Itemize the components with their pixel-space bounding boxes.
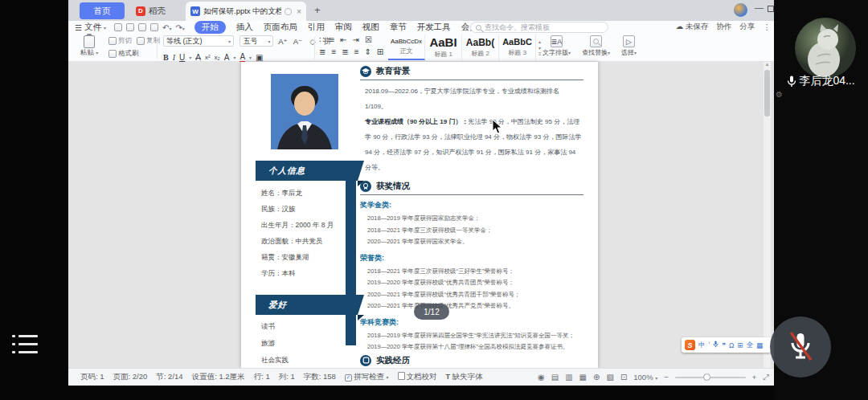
tab-home[interactable]: 首页 xyxy=(80,2,125,19)
format-painter-icon xyxy=(108,50,117,58)
bullet-list-icon[interactable]: ∷ xyxy=(319,35,324,44)
zoom-slider[interactable] xyxy=(675,377,746,378)
file-menu[interactable]: ☰ 文件 ▾ xyxy=(75,22,106,33)
fullscreen-icon[interactable]: ⤢ xyxy=(763,373,769,382)
read-mode-icon[interactable]: ▦ xyxy=(579,373,587,382)
scroll-up-icon[interactable]: ▲ xyxy=(764,62,771,67)
ribbon-tab-developer[interactable]: 开发工具 xyxy=(417,22,451,33)
edit-pen-icon[interactable]: ▧ xyxy=(606,373,613,382)
ime-mic-icon[interactable] xyxy=(713,341,719,349)
bold-icon[interactable]: B xyxy=(163,53,169,62)
unsaved-status[interactable]: ☁ 未保存 xyxy=(676,22,709,32)
increase-font-icon[interactable]: A⁺ xyxy=(277,35,289,47)
missing-font-button[interactable]: T 缺失字体 xyxy=(446,372,483,382)
style-heading2[interactable]: AaBb( 标题 2 xyxy=(462,35,499,60)
clear-format-icon[interactable]: ◇ xyxy=(307,35,318,47)
spellcheck-toggle[interactable]: ✓拼写检查 ▾ xyxy=(345,372,389,382)
document-area[interactable]: 个人信息 姓名：李后龙 民族：汉族 出生年月：2000 年 8 月 政治面貌：中… xyxy=(68,62,774,368)
ribbon-tab-home[interactable]: 开始 xyxy=(194,21,226,34)
cut-button[interactable]: 剪切 xyxy=(108,36,132,46)
ime-toolbox-icon[interactable]: ▦ xyxy=(756,341,763,349)
ime-headset-icon[interactable]: Ω xyxy=(729,341,734,349)
borders-icon[interactable]: ⊞ xyxy=(377,47,383,56)
fit-page-icon[interactable]: ⊡ xyxy=(620,373,627,382)
search-input[interactable]: 查找命令、搜索模板 xyxy=(470,22,608,33)
numbered-list-icon[interactable]: ≡ xyxy=(330,35,334,44)
strikethrough-icon[interactable]: A xyxy=(195,53,201,62)
decrease-indent-icon[interactable]: ⇤ xyxy=(340,35,346,44)
redo-icon[interactable]: ↷▾ xyxy=(175,23,184,32)
resume-page[interactable]: 个人信息 姓名：李后龙 民族：汉族 出生年月：2000 年 8 月 政治面貌：中… xyxy=(241,62,598,368)
style-heading1[interactable]: AaBI 标题 1 xyxy=(425,35,462,60)
preview-icon[interactable] xyxy=(150,23,158,31)
zoom-in-icon[interactable]: + xyxy=(752,373,757,382)
gear-icon[interactable]: ⚙ xyxy=(776,90,783,99)
web-view-icon[interactable]: ⊕ xyxy=(593,373,600,382)
vertical-scrollbar[interactable]: ▲ xyxy=(764,62,771,368)
collaborate-button[interactable]: 协作 xyxy=(717,22,732,32)
copy-icon xyxy=(137,37,145,45)
ribbon-tab-references[interactable]: 引用 xyxy=(308,22,325,33)
ribbon-tab-insert[interactable]: 插入 xyxy=(236,22,253,33)
save-icon[interactable] xyxy=(114,23,122,31)
maximize-button[interactable] xyxy=(768,6,774,12)
font-name-select[interactable]: 等线 (正文)▾ xyxy=(163,35,234,47)
ime-mode-chinese[interactable]: 中 xyxy=(698,341,706,350)
find-replace-button[interactable]: 查找替换▾ xyxy=(582,35,610,57)
line-spacing-icon[interactable]: ⇕ xyxy=(364,47,371,56)
more-menu-icon[interactable]: ⋮ xyxy=(764,22,772,31)
new-tab-button[interactable]: + xyxy=(314,4,321,16)
undo-icon[interactable]: ↶▾ xyxy=(162,23,171,32)
paste-icon[interactable] xyxy=(84,35,95,48)
cloud-icon: ☁ xyxy=(676,22,686,31)
ime-toolbar[interactable]: S 中 ʼ ❞ Ω ⊞ 全 ▦ xyxy=(682,337,772,353)
style-heading3[interactable]: AaBbC 标题 3 xyxy=(499,35,536,60)
underline-icon[interactable]: U xyxy=(179,53,185,62)
ribbon-tab-page-layout[interactable]: 页面布局 xyxy=(264,22,297,33)
align-center-icon[interactable]: ≡ xyxy=(331,47,336,56)
select-button[interactable]: ▷ 选择▾ xyxy=(621,35,637,57)
mic-muted-indicator[interactable] xyxy=(770,316,831,378)
close-tab-icon[interactable]: × xyxy=(297,7,301,16)
italic-icon[interactable]: I xyxy=(173,53,175,62)
participant-list-icon[interactable] xyxy=(12,333,39,357)
ime-keyboard-icon[interactable]: ⊞ xyxy=(737,341,743,349)
zoom-slider-knob[interactable] xyxy=(703,373,710,381)
format-painter-button[interactable]: 格式刷 xyxy=(108,49,139,59)
superscript-icon[interactable]: x² xyxy=(205,54,211,61)
account-avatar[interactable] xyxy=(734,3,747,17)
ribbon-tab-review[interactable]: 审阅 xyxy=(335,22,352,33)
align-right-icon[interactable]: ≣ xyxy=(342,47,348,56)
output-icon[interactable] xyxy=(126,23,134,31)
ime-logo[interactable]: S xyxy=(685,340,695,350)
justify-icon[interactable]: ≡ xyxy=(354,47,359,56)
text-layout-button[interactable]: ≣A 文字排版▾ xyxy=(542,35,571,57)
char-shading-icon[interactable]: ▣ xyxy=(256,53,263,62)
proofread-button[interactable]: 文档校对 xyxy=(398,372,437,382)
print-icon[interactable] xyxy=(138,23,146,31)
ribbon-tab-view[interactable]: 视图 xyxy=(362,22,379,33)
paste-button[interactable]: 粘贴 xyxy=(80,48,94,56)
ribbon-tab-section[interactable]: 章节 xyxy=(390,22,407,33)
page-view-icon[interactable]: ▤ xyxy=(551,373,559,382)
font-size-select[interactable]: 五号▾ xyxy=(240,35,273,47)
outline-view-icon[interactable]: ▥ xyxy=(565,373,572,382)
zoom-out-icon[interactable]: − xyxy=(664,373,669,382)
ime-fullwidth-icon[interactable]: 全 xyxy=(746,341,753,350)
ime-chat-icon[interactable]: ❞ xyxy=(722,341,726,349)
scrollbar-thumb[interactable] xyxy=(764,70,770,116)
minimize-button[interactable]: — xyxy=(755,2,764,12)
tab-document[interactable]: W 如何保研.pptx 中的文档 × xyxy=(186,2,306,21)
highlight-icon[interactable]: A xyxy=(224,53,230,62)
align-left-icon[interactable]: ≣ xyxy=(319,47,326,56)
style-normal[interactable]: AaBbCcDx 正文 xyxy=(388,35,425,60)
subscript-icon[interactable]: x₂ xyxy=(215,54,220,61)
tab-docer[interactable]: D 稻壳 xyxy=(131,2,181,19)
zoom-level[interactable]: 100% ▾ xyxy=(633,373,657,382)
ime-pen-icon[interactable]: ʼ xyxy=(709,341,710,349)
show-marks-icon[interactable]: ☒ xyxy=(365,35,372,44)
increase-indent-icon[interactable]: ⇥ xyxy=(353,35,359,44)
decrease-font-icon[interactable]: A⁻ xyxy=(292,35,303,47)
eye-protection-icon[interactable]: ◉ xyxy=(538,373,545,382)
share-button[interactable]: 分享 xyxy=(740,22,755,32)
